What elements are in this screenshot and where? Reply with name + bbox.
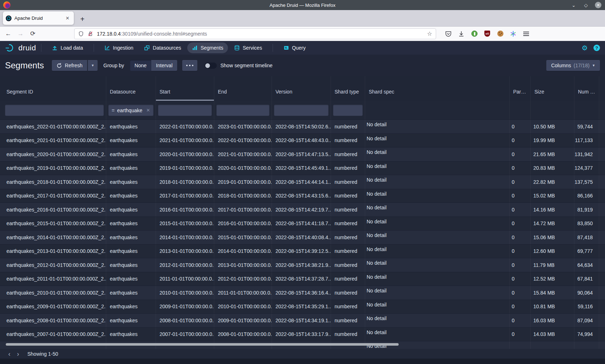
- cell-shard_spec: No detail: [365, 314, 510, 327]
- nav-item-query[interactable]: Query: [279, 42, 310, 53]
- url-path: :30109/unified-console.html#segments: [121, 31, 207, 37]
- table-row[interactable]: earthquakes_2016-01-01T00:00:00.000Z_2..…: [0, 203, 605, 217]
- cell-partition: 0: [510, 231, 531, 244]
- window-maximize-icon[interactable]: ◇: [583, 2, 589, 8]
- druid-brand[interactable]: druid: [5, 43, 36, 53]
- group-by-control: None Interval: [130, 60, 177, 71]
- cell-shard_spec: No detail: [365, 217, 510, 231]
- column-header-datasource[interactable]: Datasource: [106, 76, 156, 101]
- table-row[interactable]: earthquakes_2018-01-01T00:00:00.000Z_2..…: [0, 175, 605, 189]
- cookie-extension-icon[interactable]: [497, 30, 504, 37]
- more-options-button[interactable]: [182, 60, 197, 71]
- column-header-size[interactable]: Size: [531, 76, 574, 101]
- cell-shard_spec: No detail: [365, 258, 510, 272]
- segment-timeline-toggle[interactable]: [205, 63, 217, 69]
- nav-item-load-data[interactable]: Load data: [47, 42, 88, 53]
- cell-end: 2020-01-01T00:00:00.0...: [214, 161, 272, 175]
- cell-version: 2022-08-15T14:37:28.7...: [272, 272, 331, 286]
- filter-chip-remove-icon[interactable]: ✕: [146, 108, 150, 113]
- tab-apache-druid[interactable]: Apache Druid ✕: [3, 12, 74, 25]
- nav-item-ingestion[interactable]: Ingestion: [100, 42, 138, 53]
- reload-icon[interactable]: ⟳: [27, 30, 38, 37]
- column-header-segment_id[interactable]: Segment ID: [3, 76, 106, 101]
- table-bottom-area: No detail: [0, 341, 605, 349]
- cell-num_rows: 87,418: [574, 231, 599, 244]
- filter-input-shard_type[interactable]: [333, 105, 363, 116]
- table-row[interactable]: earthquakes_2013-01-01T00:00:00.000Z_2..…: [0, 245, 605, 259]
- table-row[interactable]: earthquakes_2011-01-01T00:00:00.000Z_2..…: [0, 272, 605, 286]
- table-row[interactable]: earthquakes_2008-01-01T00:00:00.000Z_2..…: [0, 314, 605, 328]
- shield-permissions-icon[interactable]: [78, 31, 84, 37]
- column-header-shard_type[interactable]: Shard type: [331, 76, 365, 101]
- settings-gear-icon[interactable]: ⚙: [582, 44, 588, 52]
- refresh-dropdown-button[interactable]: ▼: [88, 60, 98, 71]
- new-tab-button[interactable]: +: [80, 15, 85, 23]
- cell-version: 2022-08-15T14:33:17.9...: [272, 328, 331, 341]
- menu-icon[interactable]: [523, 30, 530, 37]
- nav-item-segments[interactable]: Segments: [187, 42, 228, 53]
- table-row[interactable]: earthquakes_2019-01-01T00:00:00.000Z_2..…: [0, 161, 605, 176]
- column-header-start[interactable]: Start: [156, 76, 214, 101]
- table-row[interactable]: earthquakes_2014-01-01T00:00:00.000Z_2..…: [0, 231, 605, 245]
- filter-input-segment_id[interactable]: [5, 105, 104, 116]
- table-row[interactable]: earthquakes_2012-01-01T00:00:00.000Z_2..…: [0, 258, 605, 272]
- cell-start: 2019-01-01T00:00:00.0...: [156, 161, 214, 175]
- table-row[interactable]: earthquakes_2022-01-01T00:00:00.000Z_2..…: [0, 120, 605, 134]
- back-icon[interactable]: ←: [3, 30, 14, 37]
- filter-input-end[interactable]: [216, 105, 269, 116]
- table-row[interactable]: earthquakes_2017-01-01T00:00:00.000Z_2..…: [0, 189, 605, 203]
- window-minimize-icon[interactable]: ⌄: [570, 2, 577, 8]
- table-row[interactable]: earthquakes_2021-01-01T00:00:00.000Z_2..…: [0, 134, 605, 148]
- cell-end: 2016-01-01T00:00:00.0...: [214, 217, 272, 231]
- column-header-end[interactable]: End: [214, 76, 272, 101]
- table-row[interactable]: earthquakes_2015-01-01T00:00:00.000Z_2..…: [0, 217, 605, 231]
- column-header-partition[interactable]: Partition: [510, 76, 531, 101]
- cell-version: 2022-08-15T14:40:08.4...: [272, 231, 331, 244]
- url-bar[interactable]: 172.18.0.4:30109/unified-console.html#se…: [74, 28, 436, 39]
- column-header-label: Shard type: [335, 89, 359, 95]
- filter-input-start[interactable]: [158, 105, 212, 116]
- table-row[interactable]: earthquakes_2020-01-01T00:00:00.000Z_2..…: [0, 147, 605, 161]
- help-icon[interactable]: ?: [593, 45, 600, 51]
- horizontal-scrollbar[interactable]: [6, 343, 399, 346]
- window-close-icon[interactable]: ✕: [595, 2, 601, 8]
- cell-partition: 0: [510, 245, 531, 258]
- table-row[interactable]: earthquakes_2009-01-01T00:00:00.000Z_2..…: [0, 300, 605, 314]
- cell-start: 2014-01-01T00:00:00.0...: [156, 231, 214, 244]
- column-header-shard_spec[interactable]: Shard spec: [365, 76, 510, 101]
- cell-num_rows: 69,777: [574, 245, 599, 258]
- pocket-icon[interactable]: [445, 30, 452, 37]
- extension-privacy-icon[interactable]: [471, 30, 478, 37]
- cell-size: 21.65 MB: [531, 147, 574, 161]
- columns-button[interactable]: Columns (17/18) ▼: [546, 60, 600, 71]
- table-row[interactable]: earthquakes_2010-01-01T00:00:00.000Z_2..…: [0, 286, 605, 300]
- cell-shard_spec: No detail: [365, 120, 510, 133]
- column-header-version[interactable]: Version: [272, 76, 331, 101]
- extensions-asterisk-icon[interactable]: [510, 30, 517, 37]
- forward-icon[interactable]: →: [15, 30, 26, 37]
- nav-item-datasources[interactable]: Datasources: [139, 42, 186, 53]
- table-row[interactable]: earthquakes_2007-01-01T00:00:00.000Z_2..…: [0, 328, 605, 342]
- nav-separator: [94, 44, 94, 52]
- filter-input-version[interactable]: [274, 105, 328, 116]
- cell-datasource: earthquakes: [106, 328, 156, 341]
- load-data-icon: [52, 45, 58, 51]
- next-page-icon[interactable]: ›: [14, 351, 22, 357]
- segment-timeline-toggle-label: Show segment timeline: [220, 63, 273, 68]
- group-by-interval-button[interactable]: Interval: [151, 60, 177, 71]
- ublock-origin-icon[interactable]: uO: [484, 30, 491, 37]
- column-header-num_rows[interactable]: Num rows: [574, 76, 599, 101]
- download-icon[interactable]: [458, 30, 465, 37]
- cell-shard_spec: No detail: [365, 161, 510, 175]
- group-by-none-button[interactable]: None: [130, 60, 151, 71]
- filter-input-datasource[interactable]: =earthquake✕: [108, 105, 153, 116]
- insecure-lock-icon[interactable]: [88, 31, 93, 37]
- refresh-button[interactable]: Refresh: [52, 60, 87, 71]
- nav-item-services[interactable]: Services: [229, 42, 267, 53]
- cell-start: 2021-01-01T00:00:00.0...: [156, 134, 214, 147]
- previous-page-icon[interactable]: ‹: [5, 351, 14, 357]
- bookmark-star-icon[interactable]: ☆: [427, 30, 432, 37]
- cell-shard_spec: No detail: [365, 147, 510, 161]
- tab-close-icon[interactable]: ✕: [64, 15, 71, 22]
- cell-partition: 0: [510, 147, 531, 161]
